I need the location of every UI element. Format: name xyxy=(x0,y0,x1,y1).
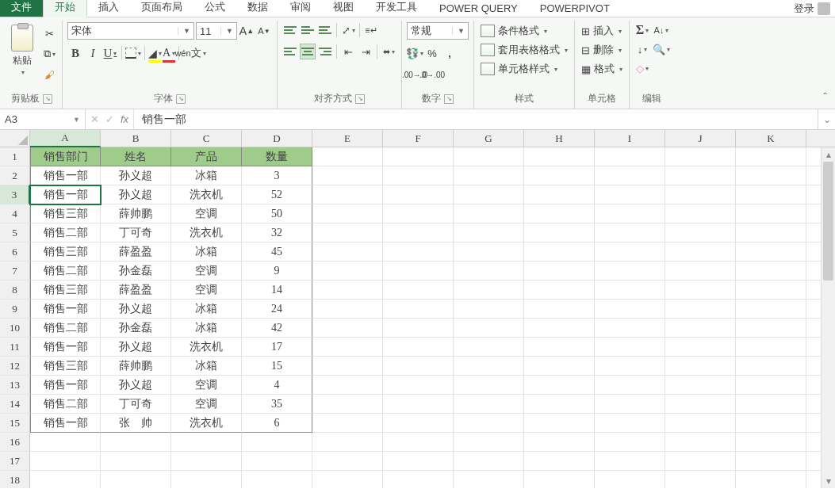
chevron-down-icon[interactable]: ▼ xyxy=(73,116,80,124)
find-select-button[interactable]: 🔍▾ xyxy=(653,41,669,57)
row-header-9[interactable]: 9 xyxy=(0,300,30,319)
cell-E6[interactable] xyxy=(312,242,383,262)
cell-K10[interactable] xyxy=(736,319,806,338)
cell-F2[interactable] xyxy=(383,166,454,185)
cell-C6[interactable]: 冰箱 xyxy=(171,242,242,262)
cell-G15[interactable] xyxy=(454,414,524,433)
font-color-button[interactable]: A▾ xyxy=(163,45,175,61)
cell-C4[interactable]: 空调 xyxy=(171,204,242,223)
align-right-button[interactable] xyxy=(317,44,333,59)
chevron-down-icon[interactable]: ▼ xyxy=(220,27,233,35)
cell-K1[interactable] xyxy=(736,147,806,166)
align-bottom-button[interactable] xyxy=(317,22,333,38)
cell-B4[interactable]: 薛帅鹏 xyxy=(101,204,171,223)
cell-C3[interactable]: 洗衣机 xyxy=(171,185,242,204)
number-format-combo[interactable]: 常规▼ xyxy=(407,22,469,40)
cell-D1[interactable]: 数量 xyxy=(242,147,312,166)
cell-D12[interactable]: 15 xyxy=(242,357,312,376)
cell-B7[interactable]: 孙金磊 xyxy=(101,262,171,281)
cell-B16[interactable] xyxy=(101,433,171,452)
cell-C10[interactable]: 冰箱 xyxy=(171,319,242,338)
cell-H17[interactable] xyxy=(524,452,595,471)
cell-C2[interactable]: 冰箱 xyxy=(171,166,242,185)
cell-H10[interactable] xyxy=(524,319,595,338)
cell-A11[interactable]: 销售一部 xyxy=(30,338,101,357)
cell-D15[interactable]: 6 xyxy=(242,414,312,433)
cell-K9[interactable] xyxy=(736,300,806,319)
col-header-D[interactable]: D xyxy=(242,130,312,147)
col-header-L[interactable]: L xyxy=(806,130,835,147)
cell-E3[interactable] xyxy=(312,185,383,204)
cell-E15[interactable] xyxy=(312,414,383,433)
cell-D6[interactable]: 45 xyxy=(242,242,312,262)
row-header-14[interactable]: 14 xyxy=(0,395,30,414)
cell-F16[interactable] xyxy=(383,433,454,452)
cell-D13[interactable]: 4 xyxy=(242,376,312,395)
scroll-down-button[interactable]: ▾ xyxy=(822,474,835,488)
cell-G10[interactable] xyxy=(454,319,524,338)
cell-B9[interactable]: 孙义超 xyxy=(101,300,171,319)
merge-button[interactable]: ⬌▾ xyxy=(381,44,396,59)
cell-A12[interactable]: 销售三部 xyxy=(30,357,101,376)
row-header-13[interactable]: 13 xyxy=(0,376,30,395)
tab-9[interactable]: POWERPIVOT xyxy=(529,0,621,17)
col-header-E[interactable]: E xyxy=(312,130,383,147)
cell-I17[interactable] xyxy=(595,452,665,471)
cell-K16[interactable] xyxy=(736,433,806,452)
cell-J13[interactable] xyxy=(665,376,736,395)
cell-F1[interactable] xyxy=(383,147,454,166)
cell-C15[interactable]: 洗衣机 xyxy=(171,414,242,433)
expand-formula-bar-button[interactable]: ⌄ xyxy=(818,109,835,129)
cell-C17[interactable] xyxy=(171,452,242,471)
cell-G9[interactable] xyxy=(454,300,524,319)
cell-H6[interactable] xyxy=(524,242,595,262)
cell-E1[interactable] xyxy=(312,147,383,166)
cell-B13[interactable]: 孙义超 xyxy=(101,376,171,395)
row-header-18[interactable]: 18 xyxy=(0,471,30,488)
name-box[interactable]: A3▼ xyxy=(0,109,86,129)
align-left-button[interactable] xyxy=(282,44,298,59)
cell-C7[interactable]: 空调 xyxy=(171,262,242,281)
cell-F18[interactable] xyxy=(383,471,454,488)
cell-G7[interactable] xyxy=(454,262,524,281)
number-launcher[interactable]: ↘ xyxy=(444,94,454,104)
row-header-12[interactable]: 12 xyxy=(0,357,30,376)
cell-K5[interactable] xyxy=(736,223,806,242)
align-middle-button[interactable] xyxy=(300,22,316,38)
cell-E10[interactable] xyxy=(312,319,383,338)
row-header-16[interactable]: 16 xyxy=(0,433,30,452)
cell-G12[interactable] xyxy=(454,357,524,376)
row-header-10[interactable]: 10 xyxy=(0,319,30,338)
cell-D11[interactable]: 17 xyxy=(242,338,312,357)
cell-F14[interactable] xyxy=(383,395,454,414)
cell-H1[interactable] xyxy=(524,147,595,166)
font-size-combo[interactable]: 11▼ xyxy=(196,22,237,40)
cell-B8[interactable]: 薛盈盈 xyxy=(101,281,171,300)
cell-G18[interactable] xyxy=(454,471,524,488)
cell-I10[interactable] xyxy=(595,319,665,338)
decrease-decimal-button[interactable]: .0→.00 xyxy=(424,67,440,82)
cell-G6[interactable] xyxy=(454,242,524,262)
scroll-thumb[interactable] xyxy=(823,162,833,281)
cell-C16[interactable] xyxy=(171,433,242,452)
underline-button[interactable]: U▾ xyxy=(102,45,118,61)
cell-E14[interactable] xyxy=(312,395,383,414)
cell-E18[interactable] xyxy=(312,471,383,488)
cell-A14[interactable]: 销售二部 xyxy=(30,395,101,414)
col-header-J[interactable]: J xyxy=(665,130,736,147)
cell-H9[interactable] xyxy=(524,300,595,319)
cell-K11[interactable] xyxy=(736,338,806,357)
cell-A1[interactable]: 销售部门 xyxy=(30,147,101,166)
tab-1[interactable]: 插入 xyxy=(87,0,130,17)
col-header-G[interactable]: G xyxy=(454,130,524,147)
cell-A3[interactable]: 销售一部 xyxy=(30,185,101,204)
cell-H3[interactable] xyxy=(524,185,595,204)
cell-B12[interactable]: 薛帅鹏 xyxy=(101,357,171,376)
scroll-up-button[interactable]: ▴ xyxy=(822,147,835,162)
cell-H13[interactable] xyxy=(524,376,595,395)
cut-button[interactable]: ✂ xyxy=(41,25,57,41)
col-header-H[interactable]: H xyxy=(524,130,595,147)
cell-E12[interactable] xyxy=(312,357,383,376)
conditional-format-button[interactable]: 条件格式▾ xyxy=(479,22,549,40)
cell-E16[interactable] xyxy=(312,433,383,452)
